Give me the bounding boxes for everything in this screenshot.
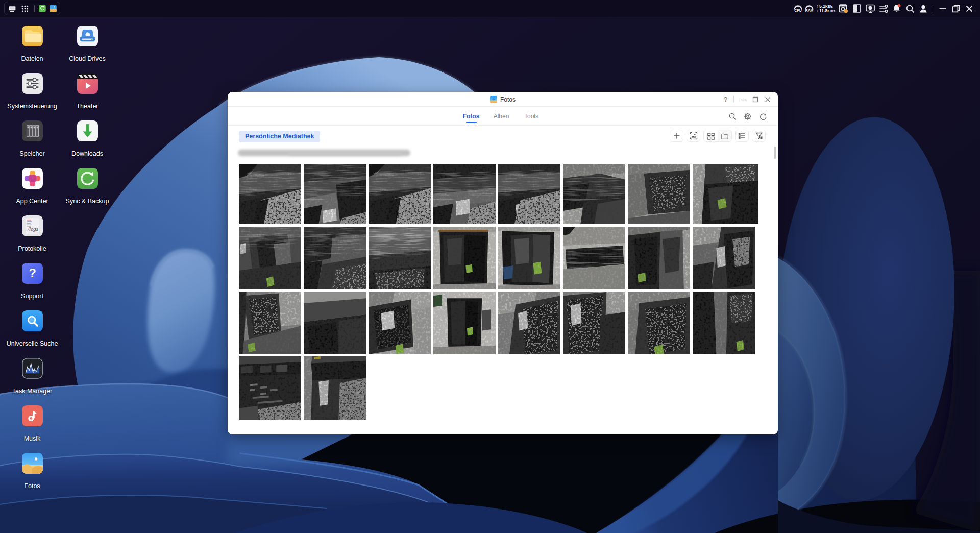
svg-text:?: ? — [29, 266, 36, 280]
svg-text:/logs: /logs — [27, 226, 38, 232]
svg-text:CPU: CPU — [794, 9, 801, 12]
svg-text:RAM: RAM — [805, 9, 813, 12]
